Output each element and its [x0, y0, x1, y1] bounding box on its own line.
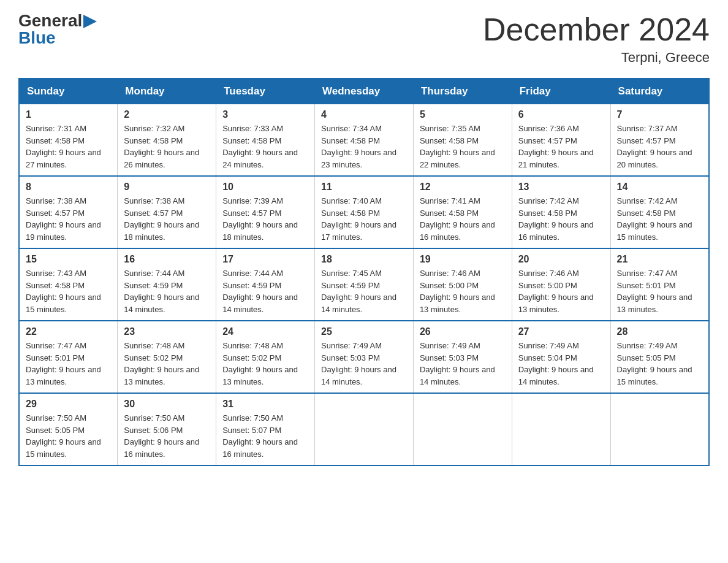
month-title: December 2024 — [483, 12, 710, 47]
sunset-label: Sunset: 5:07 PM — [222, 426, 281, 435]
calendar-day-cell: 19 Sunrise: 7:46 AM Sunset: 5:00 PM Dayl… — [413, 248, 512, 321]
day-number: 26 — [420, 326, 506, 337]
sunrise-label: Sunrise: 7:46 AM — [518, 269, 579, 278]
day-number: 12 — [420, 182, 506, 193]
daylight-label: Daylight: 9 hours and 14 minutes. — [321, 293, 396, 314]
daylight-label: Daylight: 9 hours and 15 minutes. — [617, 220, 692, 242]
day-info: Sunrise: 7:44 AM Sunset: 4:59 PM Dayligh… — [222, 267, 308, 315]
calendar-day-cell: 5 Sunrise: 7:35 AM Sunset: 4:58 PM Dayli… — [413, 104, 512, 177]
day-info: Sunrise: 7:49 AM Sunset: 5:04 PM Dayligh… — [518, 340, 604, 388]
calendar-day-cell: 14 Sunrise: 7:42 AM Sunset: 4:58 PM Dayl… — [610, 176, 709, 248]
daylight-label: Daylight: 9 hours and 16 minutes. — [124, 437, 199, 459]
sunset-label: Sunset: 5:06 PM — [124, 426, 183, 435]
sunrise-label: Sunrise: 7:44 AM — [124, 269, 184, 278]
daylight-label: Daylight: 9 hours and 19 minutes. — [26, 220, 101, 242]
sunset-label: Sunset: 4:58 PM — [26, 281, 85, 290]
day-info: Sunrise: 7:42 AM Sunset: 4:58 PM Dayligh… — [617, 195, 702, 243]
daylight-label: Daylight: 9 hours and 15 minutes. — [26, 293, 101, 314]
calendar-day-cell: 4 Sunrise: 7:34 AM Sunset: 4:58 PM Dayli… — [315, 104, 414, 177]
sunset-label: Sunset: 4:59 PM — [124, 281, 183, 290]
day-info: Sunrise: 7:47 AM Sunset: 5:01 PM Dayligh… — [617, 267, 702, 315]
daylight-label: Daylight: 9 hours and 27 minutes. — [26, 148, 101, 169]
day-number: 24 — [222, 326, 308, 337]
sunrise-label: Sunrise: 7:49 AM — [420, 341, 480, 350]
header-row: Sunday Monday Tuesday Wednesday Thursday… — [19, 79, 709, 104]
calendar-day-cell: 21 Sunrise: 7:47 AM Sunset: 5:01 PM Dayl… — [610, 248, 709, 321]
daylight-label: Daylight: 9 hours and 17 minutes. — [321, 220, 396, 242]
logo-general-text: General — [18, 12, 82, 29]
day-info: Sunrise: 7:31 AM Sunset: 4:58 PM Dayligh… — [26, 123, 111, 170]
daylight-label: Daylight: 9 hours and 16 minutes. — [518, 220, 594, 242]
calendar-day-cell: 26 Sunrise: 7:49 AM Sunset: 5:03 PM Dayl… — [413, 321, 512, 393]
day-number: 31 — [222, 399, 308, 410]
day-number: 13 — [518, 182, 604, 193]
sunset-label: Sunset: 4:58 PM — [420, 209, 479, 218]
day-info: Sunrise: 7:50 AM Sunset: 5:07 PM Dayligh… — [222, 412, 308, 460]
day-number: 23 — [124, 326, 210, 337]
sunset-label: Sunset: 4:58 PM — [124, 136, 183, 145]
day-info: Sunrise: 7:40 AM Sunset: 4:58 PM Dayligh… — [321, 195, 407, 243]
day-info: Sunrise: 7:36 AM Sunset: 4:57 PM Dayligh… — [518, 123, 604, 170]
daylight-label: Daylight: 9 hours and 26 minutes. — [124, 148, 199, 169]
sunrise-label: Sunrise: 7:47 AM — [26, 341, 86, 350]
day-info: Sunrise: 7:48 AM Sunset: 5:02 PM Dayligh… — [222, 340, 308, 388]
sunset-label: Sunset: 4:58 PM — [321, 209, 380, 218]
day-number: 5 — [420, 109, 506, 120]
day-number: 25 — [321, 326, 407, 337]
sunrise-label: Sunrise: 7:44 AM — [222, 269, 283, 278]
header-thursday: Thursday — [413, 79, 512, 104]
sunrise-label: Sunrise: 7:47 AM — [617, 269, 678, 278]
daylight-label: Daylight: 9 hours and 21 minutes. — [518, 148, 594, 169]
calendar-day-cell: 18 Sunrise: 7:45 AM Sunset: 4:59 PM Dayl… — [315, 248, 414, 321]
sunrise-label: Sunrise: 7:50 AM — [222, 413, 283, 423]
calendar-day-cell: 24 Sunrise: 7:48 AM Sunset: 5:02 PM Dayl… — [216, 321, 315, 393]
day-info: Sunrise: 7:49 AM Sunset: 5:03 PM Dayligh… — [321, 340, 407, 388]
calendar-day-cell — [315, 393, 414, 465]
day-number: 15 — [26, 254, 111, 265]
sunset-label: Sunset: 4:58 PM — [420, 136, 479, 145]
sunrise-label: Sunrise: 7:50 AM — [124, 413, 184, 423]
day-number: 10 — [222, 182, 308, 193]
calendar-day-cell: 25 Sunrise: 7:49 AM Sunset: 5:03 PM Dayl… — [315, 321, 414, 393]
daylight-label: Daylight: 9 hours and 13 minutes. — [124, 365, 199, 386]
sunrise-label: Sunrise: 7:48 AM — [222, 341, 283, 350]
sunset-label: Sunset: 5:03 PM — [420, 353, 479, 362]
day-number: 1 — [26, 109, 111, 120]
day-info: Sunrise: 7:46 AM Sunset: 5:00 PM Dayligh… — [420, 267, 506, 315]
day-number: 6 — [518, 109, 604, 120]
sunrise-label: Sunrise: 7:34 AM — [321, 124, 382, 133]
day-info: Sunrise: 7:49 AM Sunset: 5:03 PM Dayligh… — [420, 340, 506, 388]
day-info: Sunrise: 7:46 AM Sunset: 5:00 PM Dayligh… — [518, 267, 604, 315]
calendar-day-cell: 27 Sunrise: 7:49 AM Sunset: 5:04 PM Dayl… — [512, 321, 610, 393]
sunset-label: Sunset: 4:57 PM — [222, 209, 281, 218]
day-info: Sunrise: 7:44 AM Sunset: 4:59 PM Dayligh… — [124, 267, 210, 315]
logo: General Blue — [18, 12, 97, 47]
daylight-label: Daylight: 9 hours and 13 minutes. — [518, 293, 594, 314]
calendar-day-cell: 17 Sunrise: 7:44 AM Sunset: 4:59 PM Dayl… — [216, 248, 315, 321]
header-sunday: Sunday — [19, 79, 118, 104]
day-number: 17 — [222, 254, 308, 265]
daylight-label: Daylight: 9 hours and 14 minutes. — [518, 365, 594, 386]
day-info: Sunrise: 7:49 AM Sunset: 5:05 PM Dayligh… — [617, 340, 702, 388]
daylight-label: Daylight: 9 hours and 13 minutes. — [26, 365, 101, 386]
sunrise-label: Sunrise: 7:49 AM — [518, 341, 579, 350]
calendar-week-row: 8 Sunrise: 7:38 AM Sunset: 4:57 PM Dayli… — [19, 176, 709, 248]
sunset-label: Sunset: 4:58 PM — [617, 209, 676, 218]
header-saturday: Saturday — [610, 79, 709, 104]
calendar-header: Sunday Monday Tuesday Wednesday Thursday… — [19, 79, 709, 104]
sunrise-label: Sunrise: 7:41 AM — [420, 196, 480, 205]
day-number: 11 — [321, 182, 407, 193]
daylight-label: Daylight: 9 hours and 15 minutes. — [26, 437, 101, 459]
day-number: 9 — [124, 182, 210, 193]
calendar-day-cell: 22 Sunrise: 7:47 AM Sunset: 5:01 PM Dayl… — [19, 321, 118, 393]
day-number: 20 — [518, 254, 604, 265]
sunset-label: Sunset: 5:04 PM — [518, 353, 577, 362]
sunset-label: Sunset: 4:58 PM — [26, 136, 85, 145]
day-number: 4 — [321, 109, 407, 120]
sunrise-label: Sunrise: 7:45 AM — [321, 269, 382, 278]
day-number: 19 — [420, 254, 506, 265]
calendar-day-cell: 9 Sunrise: 7:38 AM Sunset: 4:57 PM Dayli… — [118, 176, 216, 248]
day-number: 28 — [617, 326, 702, 337]
day-number: 30 — [124, 399, 210, 410]
calendar-day-cell: 7 Sunrise: 7:37 AM Sunset: 4:57 PM Dayli… — [610, 104, 709, 177]
